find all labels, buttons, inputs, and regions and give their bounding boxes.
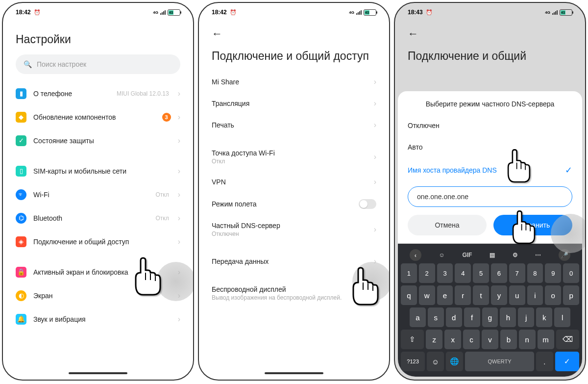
alarm-icon: [230, 9, 237, 16]
updates-icon: ◆: [16, 112, 26, 123]
dns-hostname-input[interactable]: one.one.one.one: [408, 186, 572, 207]
key-y[interactable]: y: [491, 285, 507, 305]
key-4[interactable]: 4: [455, 263, 471, 283]
key-m[interactable]: m: [538, 330, 554, 349]
row-private-dns[interactable]: Частный DNS-серверОтключен›: [212, 215, 376, 244]
row-airplane[interactable]: Режим полета: [212, 193, 376, 215]
page-title: Настройки: [16, 32, 180, 47]
option-hostname[interactable]: Имя хоста провайдера DNS✓: [408, 158, 572, 182]
key-o[interactable]: o: [545, 285, 561, 305]
kbd-sticker-icon[interactable]: ☺: [439, 252, 445, 258]
row-cast[interactable]: Трансляция›: [212, 93, 376, 114]
key-x[interactable]: x: [444, 330, 461, 349]
key-3[interactable]: 3: [437, 263, 453, 283]
key-h[interactable]: h: [500, 307, 516, 327]
chevron-right-icon: ›: [178, 237, 180, 246]
key-backspace[interactable]: ⌫: [556, 330, 579, 349]
key-w[interactable]: w: [419, 285, 435, 305]
net-4g-icon: 4G: [349, 10, 354, 15]
row-updates[interactable]: ◆ Обновление компонентов 3 ›: [16, 105, 180, 129]
display-icon: ◐: [16, 290, 26, 301]
key-symbols[interactable]: ?123: [401, 352, 425, 371]
phone-settings: 18:42 4G43 Настройки 🔍 Поиск настроек ▮ …: [2, 2, 194, 381]
key-6[interactable]: 6: [491, 263, 507, 283]
key-e[interactable]: e: [437, 285, 453, 305]
cancel-button[interactable]: Отмена: [408, 215, 487, 235]
key-f[interactable]: f: [464, 307, 480, 327]
kbd-gif-button[interactable]: GIF: [462, 252, 472, 258]
keyboard[interactable]: ‹ ☺ GIF ▤ ⚙ ⋯ 🎤 1234567890 qwertyuiop as…: [398, 244, 582, 377]
row-wifi[interactable]: ᯤ Wi-Fi Откл ›: [16, 183, 180, 206]
row-sound[interactable]: 🔔 Звук и вибрация ›: [16, 307, 180, 331]
key-j[interactable]: j: [518, 307, 534, 327]
row-about-phone[interactable]: ▮ О телефоне MIUI Global 12.0.13 ›: [16, 82, 180, 105]
sim-icon: ▯: [16, 166, 26, 177]
key-q[interactable]: q: [401, 285, 417, 305]
battery-icon: 43: [560, 9, 572, 16]
key-p[interactable]: p: [563, 285, 579, 305]
clock: 18:42: [16, 9, 31, 16]
check-icon: ✓: [565, 165, 572, 176]
key-u[interactable]: u: [509, 285, 525, 305]
key-r[interactable]: r: [455, 285, 471, 305]
row-bluetooth[interactable]: ⌬ Bluetooth Откл ›: [16, 206, 180, 230]
chevron-right-icon: ›: [178, 113, 180, 122]
key-l[interactable]: l: [554, 307, 570, 327]
airplane-toggle[interactable]: [359, 199, 376, 209]
key-shift[interactable]: ⇧: [401, 330, 424, 349]
battery-icon: 43: [168, 9, 180, 16]
search-input[interactable]: 🔍 Поиск настроек: [16, 54, 180, 74]
key-0[interactable]: 0: [563, 263, 579, 283]
kbd-clipboard-icon[interactable]: ▤: [490, 252, 495, 258]
option-auto[interactable]: Авто: [408, 136, 572, 158]
back-button[interactable]: ←: [408, 24, 418, 40]
key-8[interactable]: 8: [527, 263, 543, 283]
option-off[interactable]: Отключен: [408, 115, 572, 136]
row-sim[interactable]: ▯ SIM-карты и мобильные сети ›: [16, 159, 180, 183]
back-button[interactable]: ←: [212, 24, 222, 40]
key-emoji[interactable]: ☺: [427, 352, 444, 371]
home-indicator[interactable]: [69, 372, 127, 374]
row-print[interactable]: Печать›: [212, 114, 376, 136]
key-b[interactable]: b: [500, 330, 517, 349]
row-display[interactable]: ◐ Экран ›: [16, 284, 180, 307]
key-n[interactable]: n: [519, 330, 536, 349]
row-security[interactable]: ✓ Состояние защиты ›: [16, 129, 180, 153]
key-c[interactable]: c: [463, 330, 480, 349]
key-s[interactable]: s: [428, 307, 444, 327]
key-v[interactable]: v: [482, 330, 498, 349]
key-7[interactable]: 7: [509, 263, 525, 283]
key-1[interactable]: 1: [401, 263, 417, 283]
row-vpn[interactable]: VPN›: [212, 171, 376, 193]
dns-mode-sheet: Выберите режим частного DNS-сервера Откл…: [398, 91, 582, 243]
key-2[interactable]: 2: [419, 263, 435, 283]
key-d[interactable]: d: [446, 307, 462, 327]
chevron-right-icon: ›: [178, 190, 180, 199]
kbd-collapse-icon[interactable]: ‹: [410, 249, 421, 261]
row-lockscreen[interactable]: 🔒 Активный экран и блокировка ›: [16, 260, 180, 284]
chevron-right-icon: ›: [178, 167, 180, 176]
key-period[interactable]: .: [536, 352, 553, 371]
key-5[interactable]: 5: [473, 263, 489, 283]
chevron-right-icon: ›: [374, 121, 376, 129]
key-z[interactable]: z: [426, 330, 442, 349]
status-bar: 18:43 4G43: [398, 6, 582, 19]
key-enter[interactable]: ✓: [555, 352, 579, 371]
row-data-usage[interactable]: Передача данных›: [212, 251, 376, 272]
key-space[interactable]: QWERTY: [465, 352, 534, 371]
kbd-settings-icon[interactable]: ⚙: [513, 252, 518, 258]
row-wireless-display[interactable]: Беспроводной дисплейВывод изображения на…: [212, 279, 376, 307]
row-hotspot[interactable]: Точка доступа Wi-FiОткл›: [212, 143, 376, 171]
key-k[interactable]: k: [536, 307, 552, 327]
key-g[interactable]: g: [482, 307, 498, 327]
key-9[interactable]: 9: [545, 263, 561, 283]
row-connection-sharing[interactable]: ◈ Подключение и общий доступ ›: [16, 230, 180, 254]
key-i[interactable]: i: [527, 285, 543, 305]
key-a[interactable]: a: [410, 307, 426, 327]
key-t[interactable]: t: [473, 285, 489, 305]
key-lang[interactable]: 🌐: [446, 352, 463, 371]
row-mishare[interactable]: Mi Share›: [212, 71, 376, 93]
kbd-more-icon[interactable]: ⋯: [535, 252, 541, 258]
chevron-right-icon: ›: [178, 89, 180, 98]
home-indicator[interactable]: [265, 372, 323, 374]
